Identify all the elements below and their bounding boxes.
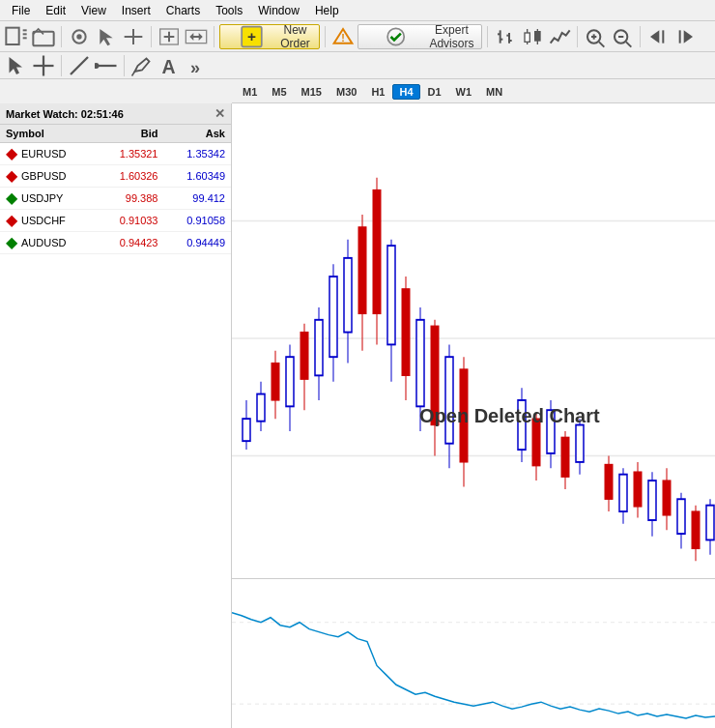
symbol-cell: ◆ GBPUSD: [0, 165, 97, 188]
svg-rect-0: [6, 27, 18, 44]
svg-line-44: [71, 57, 88, 74]
svg-rect-91: [547, 410, 555, 453]
tf-m1[interactable]: M1: [236, 84, 264, 100]
menu-file[interactable]: File: [4, 2, 38, 19]
zoom-in-btn[interactable]: [583, 24, 608, 49]
menu-edit[interactable]: Edit: [38, 2, 73, 19]
line-chart-btn[interactable]: [547, 24, 572, 49]
timeframe-bar: M1 M5 M15 M30 H1 H4 D1 W1 MN: [232, 80, 715, 103]
separator4: [325, 26, 326, 47]
market-watch-row[interactable]: ◆ EURUSD 1.35321 1.35342: [0, 143, 231, 165]
zoom-in-chart-btn[interactable]: [157, 24, 182, 49]
text-btn[interactable]: A: [157, 53, 182, 78]
separator6: [577, 26, 578, 47]
svg-point-46: [95, 63, 100, 69]
menu-tools[interactable]: Tools: [208, 2, 250, 19]
expand-tools-btn[interactable]: »: [184, 53, 209, 78]
symbol-cell: ◆ EURUSD: [0, 143, 97, 165]
line-tool-btn[interactable]: [67, 53, 92, 78]
bid-cell: 99.388: [97, 188, 164, 210]
svg-text:!: !: [341, 31, 345, 43]
svg-rect-109: [692, 511, 700, 548]
zoom-out-btn[interactable]: [610, 24, 635, 49]
svg-rect-75: [387, 246, 395, 344]
bid-cell: 0.94423: [97, 232, 164, 254]
market-watch-row[interactable]: ◆ USDCHF 0.91033 0.91058: [0, 210, 231, 232]
crosshair2-btn[interactable]: [31, 53, 56, 78]
tf-mn[interactable]: MN: [479, 84, 509, 100]
tf-d1[interactable]: D1: [421, 84, 448, 100]
svg-rect-77: [402, 289, 410, 376]
svg-rect-71: [358, 227, 366, 314]
cursor-btn[interactable]: [94, 24, 119, 49]
tf-h4[interactable]: H4: [392, 84, 419, 100]
chart-area: Open Deleted Chart: [232, 103, 715, 728]
symbol-cell: ◆ USDJPY: [0, 188, 97, 210]
crosshair-btn[interactable]: [121, 24, 146, 49]
alert-btn[interactable]: !: [330, 24, 356, 49]
pen-btn[interactable]: [129, 53, 155, 78]
svg-rect-97: [605, 464, 613, 499]
separator3: [214, 26, 214, 47]
separator5: [487, 26, 488, 47]
bid-cell: 1.35321: [97, 143, 164, 165]
market-watch-row[interactable]: ◆ GBPUSD 1.60326 1.60349: [0, 165, 231, 188]
menu-bar: File Edit View Insert Charts Tools Windo…: [0, 0, 715, 21]
tf-m5[interactable]: M5: [265, 84, 293, 100]
ask-cell: 0.94449: [163, 232, 231, 254]
separator2: [151, 26, 152, 47]
market-watch-row[interactable]: ◆ USDJPY 99.388 99.412: [0, 188, 231, 210]
market-watch-header: Market Watch: 02:51:46 ✕: [0, 103, 231, 125]
tf-m15[interactable]: M15: [295, 84, 329, 100]
scroll-left-btn[interactable]: [645, 24, 671, 49]
tf-m30[interactable]: M30: [329, 84, 363, 100]
new-order-btn[interactable]: + New Order: [219, 24, 320, 49]
candle-chart-btn[interactable]: [520, 24, 545, 49]
svg-rect-55: [243, 419, 250, 441]
col-bid: Bid: [97, 125, 164, 143]
expert-advisors-btn[interactable]: Expert Advisors: [358, 24, 482, 49]
bar-chart-btn[interactable]: [493, 24, 518, 49]
menu-insert[interactable]: Insert: [114, 2, 158, 19]
market-watch-panel: Market Watch: 02:51:46 ✕ Symbol Bid Ask …: [0, 103, 232, 728]
svg-rect-87: [518, 400, 526, 450]
pointer-btn[interactable]: [4, 53, 29, 78]
ask-cell: 1.60349: [163, 165, 231, 188]
svg-line-32: [599, 42, 604, 46]
bid-cell: 0.91033: [97, 210, 164, 232]
svg-marker-38: [650, 30, 659, 43]
svg-marker-40: [684, 30, 693, 43]
separator-draw1: [61, 55, 62, 76]
tf-w1[interactable]: W1: [449, 84, 479, 100]
market-watch-row[interactable]: ◆ AUDUSD 0.94423 0.94449: [0, 232, 231, 254]
menu-view[interactable]: View: [73, 2, 114, 19]
svg-rect-89: [532, 419, 540, 466]
menu-window[interactable]: Window: [250, 2, 307, 19]
bid-cell: 1.60326: [97, 165, 164, 188]
candlestick-chart[interactable]: [232, 103, 715, 573]
ask-cell: 1.35342: [163, 143, 231, 165]
svg-rect-107: [677, 499, 685, 534]
new-chart-btn[interactable]: [4, 24, 29, 49]
svg-text:»: »: [190, 57, 200, 76]
new-order-label: New Order: [279, 23, 311, 50]
tf-h1[interactable]: H1: [364, 84, 391, 100]
scroll-right-btn[interactable]: [672, 24, 698, 49]
main-area: Market Watch: 02:51:46 ✕ Symbol Bid Ask …: [0, 103, 715, 728]
open-btn[interactable]: [31, 24, 56, 49]
toolbar-main: + New Order ! Expert Advisors: [0, 21, 715, 52]
market-watch-close[interactable]: ✕: [214, 106, 225, 121]
indicator-chart: [232, 578, 715, 728]
scroll-btn[interactable]: [184, 24, 209, 49]
hline-btn[interactable]: [94, 53, 119, 78]
svg-rect-99: [619, 475, 627, 511]
ask-cell: 99.412: [163, 188, 231, 210]
symbol-cell: ◆ USDCHF: [0, 210, 97, 232]
expert-properties-btn[interactable]: [67, 24, 92, 49]
svg-rect-103: [648, 480, 656, 520]
svg-rect-28: [535, 31, 540, 40]
svg-rect-105: [663, 480, 671, 515]
menu-help[interactable]: Help: [307, 2, 347, 19]
svg-rect-81: [431, 326, 439, 424]
menu-charts[interactable]: Charts: [158, 2, 208, 19]
